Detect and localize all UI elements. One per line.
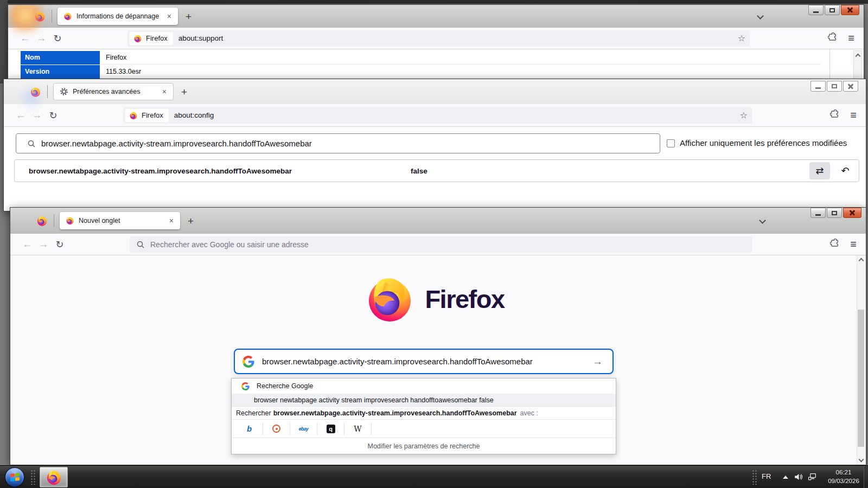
forward-button[interactable]: →	[35, 239, 52, 250]
url-bar[interactable]: Rechercher avec Google ou saisir une adr…	[130, 236, 752, 253]
volume-icon[interactable]	[794, 472, 803, 481]
clock[interactable]: 06:21 09/03/2026	[822, 468, 865, 485]
duckduckgo-engine-button[interactable]	[263, 423, 290, 435]
show-modified-checkbox[interactable]	[667, 139, 675, 147]
firefox-identity-icon	[133, 34, 142, 43]
tab-strip: Informations de dépannage × +	[8, 5, 864, 28]
scrollbar[interactable]	[853, 50, 862, 80]
maximize-button[interactable]	[827, 81, 842, 92]
scrollbar-thumb[interactable]	[858, 310, 864, 447]
app-menu-button[interactable]: ≡	[844, 32, 858, 44]
change-search-settings-link[interactable]: Modifier les paramètres de recherche	[232, 438, 616, 454]
blurred-highlight	[19, 89, 44, 105]
tab-close-icon[interactable]: ×	[165, 12, 173, 21]
tab-title: Informations de dépannage	[76, 12, 159, 20]
tab-close-icon[interactable]: ×	[168, 216, 175, 225]
extensions-icon[interactable]	[827, 110, 841, 121]
firefox-tab-icon	[66, 216, 74, 225]
scroll-up-icon[interactable]	[859, 258, 864, 264]
start-button[interactable]	[5, 467, 24, 487]
extensions-icon[interactable]	[827, 239, 841, 250]
forward-button[interactable]: →	[29, 110, 45, 121]
back-button[interactable]: ←	[12, 110, 29, 121]
urlbar-placeholder: Rechercher avec Google ou saisir une adr…	[150, 240, 309, 249]
reload-button[interactable]: ↻	[49, 33, 66, 44]
wikipedia-engine-button[interactable]: W	[344, 423, 372, 435]
app-menu-button[interactable]: ≡	[846, 238, 860, 251]
search-icon	[136, 240, 145, 249]
tab-close-icon[interactable]: ×	[161, 87, 168, 96]
suggestion-item[interactable]: browser newtabpage activity stream impro…	[232, 394, 616, 406]
minimize-button[interactable]	[810, 81, 826, 92]
pref-row[interactable]: browser.newtabpage.activity-stream.impro…	[14, 159, 859, 182]
network-icon[interactable]	[808, 472, 817, 481]
scroll-down-icon[interactable]	[859, 457, 864, 463]
app-menu-button[interactable]: ≡	[846, 109, 860, 121]
ebay-engine-button[interactable]: ebay	[290, 423, 317, 435]
new-tab-button[interactable]: +	[186, 11, 192, 22]
maximize-button[interactable]	[825, 5, 840, 15]
blurred-desktop-icon	[9, 4, 47, 31]
forward-button[interactable]: →	[33, 33, 49, 44]
bookmark-star-icon[interactable]: ☆	[738, 33, 745, 43]
new-tab-button[interactable]: +	[188, 216, 194, 226]
url-text: about:config	[174, 111, 214, 119]
show-hidden-icons-icon[interactable]	[783, 476, 788, 479]
tab-overflow-chevron-icon[interactable]	[757, 12, 764, 20]
identity-label: Firefox	[142, 111, 163, 119]
tab-nouvel-onglet[interactable]: Nouvel onglet ×	[60, 212, 180, 229]
minimize-button[interactable]	[810, 208, 826, 218]
language-indicator[interactable]: FR	[762, 472, 771, 480]
pref-value: false	[411, 167, 427, 175]
identity-chip[interactable]: Firefox	[125, 109, 169, 122]
minimize-button[interactable]	[808, 5, 824, 15]
show-modified-label: Afficher uniquement les préférences modi…	[680, 138, 847, 147]
extensions-icon[interactable]	[825, 33, 839, 44]
scrollbar[interactable]	[857, 255, 865, 465]
row-value: 115.33.0esr	[100, 65, 821, 79]
row-value: Firefox	[100, 51, 821, 65]
tab-informations-depannage[interactable]: Informations de dépannage ×	[58, 8, 178, 25]
back-button[interactable]: ←	[17, 33, 33, 44]
table-row: Version 115.33.0esr	[21, 65, 821, 79]
bing-engine-button[interactable]: b	[236, 423, 263, 435]
firefox-icon	[46, 469, 62, 486]
newtab-search-input[interactable]: browser.newtabpage.activity-stream.impro…	[234, 349, 614, 374]
pref-search-value: browser.newtabpage.activity-stream.impro…	[41, 139, 312, 148]
search-submit-icon[interactable]: →	[592, 356, 603, 368]
identity-chip[interactable]: Firefox	[130, 32, 173, 45]
time: 06:21	[822, 468, 865, 477]
bookmark-star-icon[interactable]: ☆	[740, 110, 748, 120]
firefox-taskbar-button[interactable]	[40, 467, 68, 487]
window-support: Informations de dépannage × + ← → ↻ Fire…	[8, 4, 864, 80]
close-button[interactable]	[843, 81, 858, 92]
scroll-up-icon[interactable]	[856, 54, 861, 59]
url-bar[interactable]: Firefox about:config ☆	[123, 107, 752, 124]
tab-title: Nouvel onglet	[79, 217, 120, 224]
maximize-button[interactable]	[827, 208, 842, 218]
back-button[interactable]: ←	[19, 239, 35, 250]
divider	[52, 10, 52, 23]
show-desktop-button[interactable]	[864, 466, 868, 488]
reset-pref-button[interactable]: ↶	[835, 162, 856, 179]
firefox-tab-icon	[63, 12, 72, 21]
window-controls	[810, 81, 858, 92]
firefox-identity-icon	[129, 111, 138, 120]
qwant-engine-button[interactable]: q	[317, 423, 344, 435]
tab-title: Préférences avancées	[73, 88, 140, 95]
new-tab-button[interactable]: +	[181, 87, 187, 97]
duckduckgo-icon	[272, 425, 280, 433]
tab-preferences-avancees[interactable]: Préférences avancées ×	[53, 83, 174, 100]
navigation-toolbar: ← → ↻ Firefox about:config ☆ ≡	[4, 104, 866, 127]
tab-overflow-chevron-icon[interactable]	[759, 217, 766, 224]
close-button[interactable]	[843, 208, 861, 218]
newtab-page: Firefox browser.newtabpage.activity-stre…	[10, 255, 866, 465]
reload-button[interactable]: ↻	[52, 239, 68, 251]
reload-button[interactable]: ↻	[45, 110, 61, 121]
qwant-icon: q	[327, 425, 335, 433]
url-bar[interactable]: Firefox about:support ☆	[127, 30, 750, 47]
pref-search-input[interactable]: browser.newtabpage.activity-stream.impro…	[16, 133, 660, 153]
close-button[interactable]	[841, 5, 859, 15]
toggle-pref-button[interactable]: ⇄	[809, 162, 830, 179]
search-suggestions-dropdown: Recherche Google browser newtabpage acti…	[231, 378, 616, 454]
